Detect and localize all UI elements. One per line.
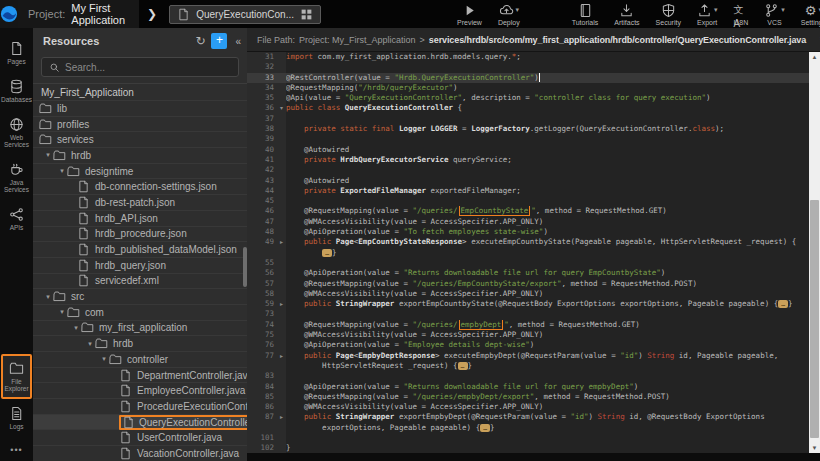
code-line-75[interactable]: 75 @WMAccessVisibility(value = AccessSpe… xyxy=(247,330,809,340)
tree-expand-open-icon[interactable]: ▾ xyxy=(71,324,81,332)
preview-button[interactable]: Preview xyxy=(449,0,490,28)
line-number[interactable]: 36 xyxy=(247,103,277,113)
line-number[interactable] xyxy=(247,423,277,433)
tree-item-hrdb-published-datamodel-json[interactable]: hrdb_published_dataModel.json xyxy=(33,242,247,258)
search-input[interactable] xyxy=(65,62,231,73)
vcs-button[interactable]: ▾ VCS xyxy=(756,0,793,28)
editor-horizontal-scrollbar[interactable] xyxy=(247,453,820,461)
tree-item-db-connection-settings-json[interactable]: db-connection-settings.json xyxy=(33,179,247,195)
tree-item-my-first-application[interactable]: ▾my_first_application xyxy=(33,321,247,337)
tree-item-hrdb-procedure-json[interactable]: hrdb_procedure.json xyxy=(33,227,247,243)
code-line-87[interactable]: 87▸ public StringWrapper exportEmpbyDept… xyxy=(247,412,809,422)
line-number[interactable]: 59 xyxy=(247,299,277,309)
line-number[interactable]: 101 xyxy=(247,433,277,443)
collapse-panel-icon[interactable]: « xyxy=(233,36,243,47)
tree-item-hrdb[interactable]: ▾hrdb xyxy=(33,336,247,352)
code-line-38[interactable]: 38 private static final Logger LOGGER = … xyxy=(247,124,809,134)
search-box[interactable] xyxy=(41,57,239,77)
rail-item-pages[interactable]: Pages xyxy=(1,34,32,72)
fold-marker-icon[interactable]: ▸ xyxy=(277,351,286,361)
line-number[interactable]: 85 xyxy=(247,392,277,402)
tree-item-hrdb-api-json[interactable]: hrdb_API.json xyxy=(33,211,247,227)
line-number[interactable]: 47 xyxy=(247,217,277,227)
code-line-49[interactable]: 49▸ public Page<EmpCountbyStateResponse>… xyxy=(247,237,809,247)
code-line-102[interactable]: 102} xyxy=(247,443,809,453)
line-number[interactable] xyxy=(247,361,277,371)
code-line-84[interactable]: 84 @ApiOperation(value = "Returns downlo… xyxy=(247,382,809,392)
code-line-41[interactable]: 41 private HrdbQueryExecutorService quer… xyxy=(247,155,809,165)
code-line-101[interactable]: 101 xyxy=(247,433,809,443)
tree-item-controller[interactable]: ▾controller xyxy=(33,352,247,368)
fold-marker-icon[interactable]: ▸ xyxy=(277,299,286,309)
line-number[interactable]: 41 xyxy=(247,155,277,165)
fold-marker-icon[interactable]: ▸ xyxy=(277,412,286,422)
export-button[interactable]: ▾ Export xyxy=(689,0,726,28)
line-number[interactable]: 35 xyxy=(247,93,277,103)
line-number[interactable]: 87 xyxy=(247,412,277,422)
security-button[interactable]: Security xyxy=(648,0,689,28)
line-number[interactable]: 40 xyxy=(247,145,277,155)
code-line-58[interactable]: 58 @WMAccessVisibility(value = AccessSpe… xyxy=(247,289,809,299)
tree-item-com[interactable]: ▾com xyxy=(33,305,247,321)
code-line-31[interactable]: 31import com.my_first_application.hrdb.m… xyxy=(247,52,809,62)
code-line-57[interactable]: 57 @RequestMapping(value = "/queries/Emp… xyxy=(247,279,809,289)
line-number[interactable]: 34 xyxy=(247,83,277,93)
code-line-76[interactable]: 76 @ApiOperation(value = "Employee detai… xyxy=(247,340,809,350)
code-line-34[interactable]: 34@RequestMapping("/hrdb/queryExecutor") xyxy=(247,83,809,93)
fold-marker-icon[interactable]: ▾ xyxy=(277,103,286,113)
rail-item-web-services[interactable]: Web Services xyxy=(1,110,32,155)
folded-code-icon[interactable]: … xyxy=(322,249,332,257)
code-line-46[interactable]: 46 @RequestMapping(value = "/queries/Emp… xyxy=(247,206,809,216)
line-number[interactable]: 44 xyxy=(247,186,277,196)
tree-item-usercontroller-java[interactable]: UserController.java xyxy=(33,430,247,446)
code-line-48[interactable]: 48 @ApiOperation(value = "To fetch emplo… xyxy=(247,227,809,237)
tree-item-departmentcontroller-java[interactable]: DepartmentController.java xyxy=(33,368,247,384)
line-number[interactable]: 55 xyxy=(247,258,277,268)
code-line-55[interactable]: 55 xyxy=(247,258,809,268)
settings-button[interactable]: ⚙ ▾ Settings xyxy=(793,0,820,28)
tree-item-procedureexecutioncontroller-java[interactable]: ProcedureExecutionController.java xyxy=(33,399,247,415)
artifacts-button[interactable]: Artifacts xyxy=(606,0,647,28)
line-number[interactable] xyxy=(247,248,277,258)
tree-item-vacationcontroller-java[interactable]: VacationController.java xyxy=(33,446,247,461)
tree-item-employeecontroller-java[interactable]: EmployeeController.java xyxy=(33,383,247,399)
editor-scrollbar[interactable]: ▲ ▼ xyxy=(809,52,820,453)
more-options-icon[interactable]: ••• xyxy=(10,437,22,461)
line-number[interactable]: 37 xyxy=(247,114,277,124)
open-file-tab[interactable]: QueryExecutionCon... xyxy=(169,5,321,24)
rail-item-java-services[interactable]: Java Services xyxy=(1,155,32,200)
tree-expand-open-icon[interactable]: ▾ xyxy=(57,308,67,316)
line-number[interactable]: 56 xyxy=(247,268,277,278)
code-line-33[interactable]: 33@RestController(value = "Hrdb.QueryExe… xyxy=(247,73,809,83)
line-number[interactable]: 58 xyxy=(247,289,277,299)
fold-marker-icon[interactable]: ▸ xyxy=(277,237,286,247)
line-number[interactable]: 45 xyxy=(247,196,277,206)
folded-code-icon[interactable]: … xyxy=(778,300,788,308)
code-line-83[interactable]: 83 xyxy=(247,371,809,381)
file-settings-gear-icon[interactable]: ⚙ xyxy=(814,32,820,47)
deploy-button[interactable]: ▾ Deploy xyxy=(490,0,528,28)
code-line-32[interactable]: 32 xyxy=(247,62,809,72)
code-line-59[interactable]: 59▸ public StringWrapper exportEmpCountb… xyxy=(247,299,809,309)
tree-item-hrdb[interactable]: ▾hrdb xyxy=(33,148,247,164)
tree-item-services[interactable]: services xyxy=(33,132,247,148)
line-number[interactable]: 77 xyxy=(247,351,277,361)
project-section[interactable]: Project: My First Application xyxy=(18,0,139,28)
rail-item-file-explorer[interactable]: File Explorer xyxy=(1,354,32,399)
code-line-36[interactable]: 36▾public class QueryExecutionController… xyxy=(247,103,809,113)
line-number[interactable]: 102 xyxy=(247,443,277,453)
line-number[interactable]: 75 xyxy=(247,330,277,340)
line-number[interactable]: 32 xyxy=(247,62,277,72)
code-line-44[interactable]: 44 private ExportedFileManager exportedF… xyxy=(247,186,809,196)
rail-item-apis[interactable]: APIs xyxy=(1,200,32,238)
code-line-56[interactable]: 56 @ApiOperation(value = "Returns downlo… xyxy=(247,268,809,278)
line-number[interactable]: 48 xyxy=(247,227,277,237)
editor-scrollbar-thumb[interactable] xyxy=(810,200,819,438)
code-line-86[interactable]: 86 @WMAccessVisibility(value = AccessSpe… xyxy=(247,402,809,412)
code-line-42[interactable]: 42 xyxy=(247,165,809,175)
line-number[interactable]: 46 xyxy=(247,206,277,216)
code-line-85[interactable]: 85 @RequestMapping(value = "/queries/emp… xyxy=(247,392,809,402)
line-number[interactable]: 49 xyxy=(247,237,277,247)
code-line-43[interactable]: 43 @Autowired xyxy=(247,176,809,186)
rail-item-databases[interactable]: Databases xyxy=(1,72,32,110)
